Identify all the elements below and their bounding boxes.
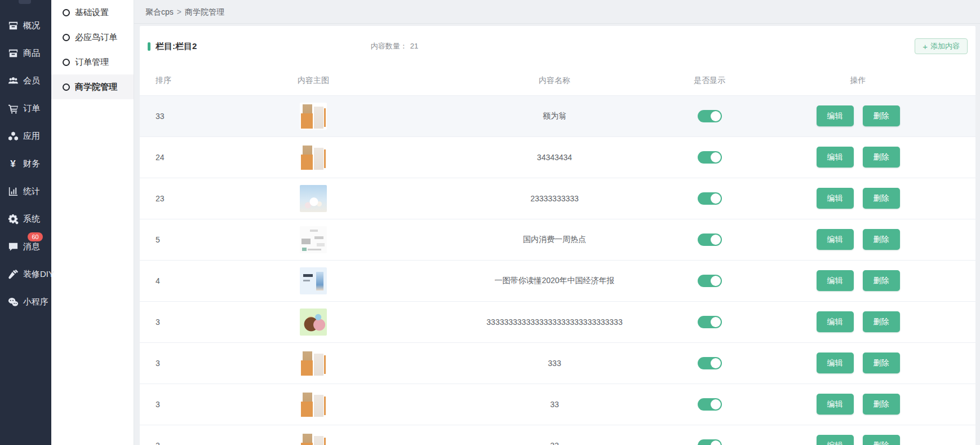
submenu-item-label: 商学院管理 [75,82,117,92]
delete-button[interactable]: 删除 [863,311,900,332]
cell-name: 一图带你读懂2020年中国经济年报 [431,260,679,301]
content-count-value: 21 [410,42,418,50]
edit-button[interactable]: 编辑 [817,353,854,373]
sidebar-item-label: 财务 [23,158,40,169]
thumbnail-image [300,391,327,418]
toggle-knob [711,193,721,204]
table-row: 2323333333333编辑删除 [140,178,975,219]
card-header: 栏目:栏目2 内容数量：21 + 添加内容 [140,26,975,67]
sidebar-item-label: 应用 [23,131,40,142]
sidebar-item[interactable]: 概况 [0,12,51,39]
toggle-knob [711,317,721,327]
edit-button[interactable]: 编辑 [817,229,854,250]
cell-thumbnail [196,178,431,219]
sidebar-item-label: 统计 [23,186,40,197]
cell-name: 33 [431,425,679,445]
radio-circle-icon [63,83,70,91]
cell-actions: 编辑删除 [740,301,975,342]
radio-circle-icon [63,9,70,16]
edit-button[interactable]: 编辑 [817,188,854,209]
sidebar-item[interactable]: 系统 [0,205,51,233]
edit-button[interactable]: 编辑 [817,311,854,332]
sidebar-item[interactable]: 应用 [0,122,51,150]
delete-button[interactable]: 删除 [863,435,900,445]
visibility-toggle[interactable] [698,316,722,328]
main-sidebar: 概况商品会员订单应用¥财务统计系统消息60装修DIY小程序 [0,0,51,445]
cell-name: 333 [431,342,679,384]
finance-icon: ¥ [7,158,19,170]
visibility-toggle[interactable] [698,398,722,411]
visibility-toggle[interactable] [698,439,722,445]
content-card: 栏目:栏目2 内容数量：21 + 添加内容 排序 内容主图 [140,26,975,445]
cell-actions: 编辑删除 [740,178,975,219]
sidebar-item[interactable]: ¥财务 [0,150,51,178]
edit-button[interactable]: 编辑 [817,394,854,415]
cell-visible [679,425,740,445]
sidebar-item[interactable]: 统计 [0,178,51,205]
sidebar-item-label: 订单 [23,103,40,114]
visibility-toggle[interactable] [698,151,722,164]
breadcrumb-separator: > [177,7,181,16]
visibility-toggle[interactable] [698,275,722,287]
delete-button[interactable]: 删除 [863,353,900,373]
sidebar-item-label: 商品 [23,48,40,59]
delete-button[interactable]: 删除 [863,147,900,168]
submenu-item[interactable]: 基础设置 [51,0,134,25]
cell-sort: 3 [140,384,196,425]
content-table: 排序 内容主图 内容名称 是否显示 操作 33额为翁编辑删除2434343434… [140,67,975,445]
visibility-toggle[interactable] [698,357,722,369]
stats-icon [7,186,19,197]
cell-actions: 编辑删除 [740,219,975,260]
cell-actions: 编辑删除 [740,425,975,445]
cell-name: 34343434 [431,136,679,178]
cell-sort: 24 [140,136,196,178]
submenu-item[interactable]: 商学院管理 [51,74,134,99]
members-icon [7,76,19,87]
sidebar-item[interactable]: 消息60 [0,233,51,261]
sidebar-item[interactable]: 小程序 [0,288,51,316]
sidebar-item-label: 概况 [23,20,40,31]
submenu-item[interactable]: 必应鸟订单 [51,25,134,50]
header-thumbnail: 内容主图 [196,67,431,95]
breadcrumb: 聚合cps>商学院管理 [134,0,980,24]
delete-button[interactable]: 删除 [863,105,900,126]
breadcrumb-link-root[interactable]: 聚合cps [145,7,174,16]
sidebar-item[interactable]: 订单 [0,95,51,122]
cell-thumbnail [196,95,431,136]
delete-button[interactable]: 删除 [863,270,900,291]
visibility-toggle[interactable] [698,110,722,122]
sidebar-nav: 概况商品会员订单应用¥财务统计系统消息60装修DIY小程序 [0,0,51,316]
sidebar-item[interactable]: 装修DIY [0,261,51,288]
edit-button[interactable]: 编辑 [817,435,854,445]
toggle-knob [711,440,721,445]
content-count: 内容数量：21 [371,41,418,51]
sidebar-item[interactable]: 商品 [0,39,51,67]
delete-button[interactable]: 删除 [863,188,900,209]
sidebar-item-label: 会员 [23,76,40,86]
visibility-toggle[interactable] [698,192,722,205]
sidebar-item[interactable]: 会员 [0,67,51,95]
visibility-toggle[interactable] [698,233,722,246]
cell-visible [679,95,740,136]
thumbnail-image [300,350,327,377]
edit-button[interactable]: 编辑 [817,270,854,291]
edit-button[interactable]: 编辑 [817,105,854,126]
add-content-label: 添加内容 [930,41,960,51]
unread-count-badge: 60 [28,232,43,241]
table-header-row: 排序 内容主图 内容名称 是否显示 操作 [140,67,975,95]
submenu-item[interactable]: 订单管理 [51,50,134,74]
content-count-label: 内容数量： [371,42,407,50]
table-row: 33额为翁编辑删除 [140,95,975,136]
toggle-knob [711,358,721,368]
toggle-knob [711,152,721,162]
title-marker [148,42,150,51]
cell-thumbnail [196,219,431,260]
cell-name: 23333333333 [431,178,679,219]
delete-button[interactable]: 删除 [863,394,900,415]
table-row: 4一图带你读懂2020年中国经济年报编辑删除 [140,260,975,301]
delete-button[interactable]: 删除 [863,229,900,250]
cell-visible [679,342,740,384]
thumbnail-image [300,226,327,253]
edit-button[interactable]: 编辑 [817,147,854,168]
add-content-button[interactable]: + 添加内容 [915,38,968,54]
